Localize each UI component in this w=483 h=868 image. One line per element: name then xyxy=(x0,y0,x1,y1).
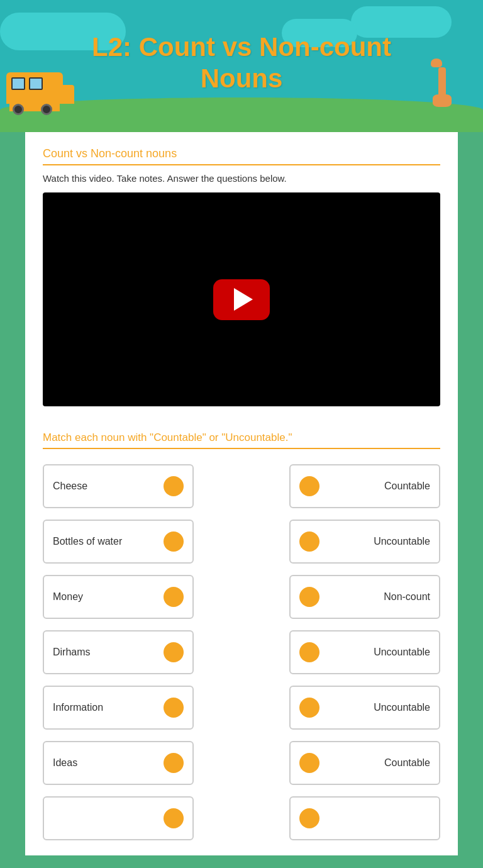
noun-label: Dirhams xyxy=(53,647,91,658)
match-row: Bottles of water Uncountable xyxy=(43,520,440,564)
footer-bg xyxy=(0,855,483,868)
match-row: Dirhams Uncountable xyxy=(43,630,440,674)
match-row-partial xyxy=(43,796,440,840)
connector xyxy=(194,706,289,709)
connector xyxy=(194,485,289,487)
category-box[interactable]: Uncountable xyxy=(289,686,440,730)
noun-box[interactable] xyxy=(43,796,194,840)
main-content: Count vs Non-count nouns Watch this vide… xyxy=(25,132,458,855)
noun-box[interactable]: Bottles of water xyxy=(43,520,194,564)
noun-label: Ideas xyxy=(53,757,77,769)
category-box[interactable]: Uncountable xyxy=(289,630,440,674)
connector xyxy=(194,540,289,543)
left-dot[interactable] xyxy=(164,808,184,828)
category-box[interactable]: Non-count xyxy=(289,575,440,619)
category-box[interactable] xyxy=(289,796,440,840)
category-box[interactable]: Countable xyxy=(289,464,440,508)
category-label: Countable xyxy=(384,481,430,492)
left-dot[interactable] xyxy=(164,642,184,662)
giraffe-decoration xyxy=(433,58,452,107)
connector xyxy=(194,596,289,598)
left-dot[interactable] xyxy=(164,753,184,773)
noun-label: Information xyxy=(53,702,103,713)
right-dot[interactable] xyxy=(299,476,319,496)
noun-label: Cheese xyxy=(53,481,87,492)
noun-box[interactable]: Money xyxy=(43,575,194,619)
category-label: Countable xyxy=(384,757,430,769)
left-dot[interactable] xyxy=(164,587,184,607)
match-row: Ideas Countable xyxy=(43,741,440,785)
connector xyxy=(194,651,289,654)
right-dot[interactable] xyxy=(299,753,319,773)
left-dot[interactable] xyxy=(164,531,184,552)
right-dot[interactable] xyxy=(299,642,319,662)
category-label: Uncountable xyxy=(374,536,430,547)
right-dot[interactable] xyxy=(299,587,319,607)
category-label: Uncountable xyxy=(374,647,430,658)
right-dot[interactable] xyxy=(299,698,319,718)
match-row: Money Non-count xyxy=(43,575,440,619)
noun-box[interactable]: Ideas xyxy=(43,741,194,785)
connector xyxy=(194,762,289,764)
left-dot[interactable] xyxy=(164,476,184,496)
connector xyxy=(194,817,289,820)
category-label: Non-count xyxy=(384,591,430,603)
section1-title: Count vs Non-count nouns xyxy=(43,147,440,165)
category-label: Uncountable xyxy=(374,702,430,713)
match-row: Information Uncountable xyxy=(43,686,440,730)
bus-decoration xyxy=(6,72,63,104)
noun-box[interactable]: Information xyxy=(43,686,194,730)
right-dot[interactable] xyxy=(299,531,319,552)
category-box[interactable]: Countable xyxy=(289,741,440,785)
match-row: Cheese Countable xyxy=(43,464,440,508)
right-dot[interactable] xyxy=(299,808,319,828)
header-banner: L2: Count vs Non-count Nouns xyxy=(0,0,483,132)
noun-box[interactable]: Cheese xyxy=(43,464,194,508)
noun-label: Bottles of water xyxy=(53,536,122,547)
play-button[interactable] xyxy=(213,279,270,320)
left-dot[interactable] xyxy=(164,698,184,718)
noun-label: Money xyxy=(53,591,83,603)
instruction-text: Watch this video. Take notes. Answer the… xyxy=(43,173,440,184)
category-box[interactable]: Uncountable xyxy=(289,520,440,564)
video-player[interactable] xyxy=(43,192,440,406)
section2-title: Match each noun with "Countable" or "Unc… xyxy=(43,431,440,449)
noun-box[interactable]: Dirhams xyxy=(43,630,194,674)
